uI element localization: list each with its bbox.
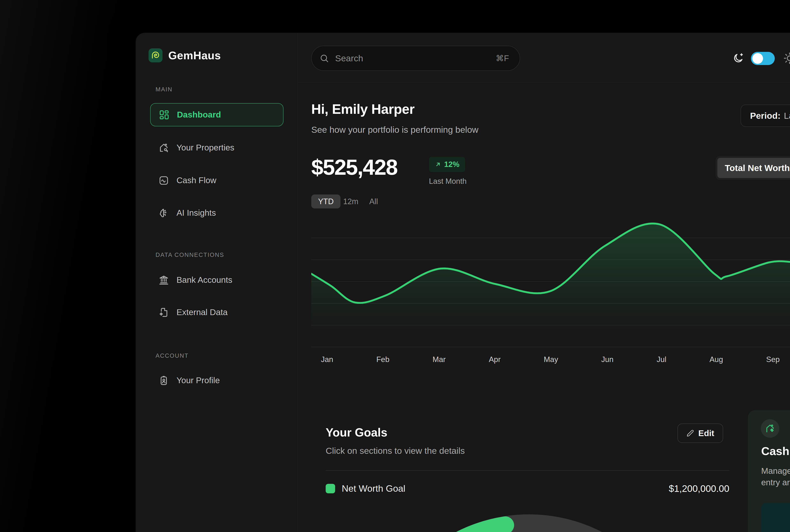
goals-title: Your Goals [326, 425, 387, 439]
sidebar-item-external-data[interactable]: External Data [150, 301, 284, 324]
page-subtitle: See how your portfolio is performing bel… [311, 125, 479, 135]
search-shortcut-hint: ⌘F [496, 54, 509, 63]
house-tag-icon [765, 423, 775, 434]
page-title-greeting: Hi, Emily Harper [311, 101, 415, 117]
x-tick: Jun [601, 355, 614, 364]
tab-all[interactable]: All [369, 194, 378, 208]
x-tick: May [544, 355, 558, 364]
sidebar-item-ai-insights[interactable]: AI Insights [150, 201, 284, 225]
sidebar-item-label: AI Insights [176, 208, 216, 218]
toggle-knob [752, 53, 763, 64]
net-worth-line-chart [311, 214, 790, 350]
promo-action-button[interactable] [761, 503, 790, 532]
pencil-icon [686, 429, 694, 437]
net-worth-value: $525,428 [311, 155, 397, 180]
goals-subtitle: Click on sections to view the details [326, 446, 465, 456]
sidebar-item-label: Bank Accounts [176, 275, 232, 285]
goal-label: Net Worth Goal [342, 483, 405, 494]
period-label: Period: [750, 111, 781, 121]
x-tick: Mar [432, 355, 446, 364]
edit-label: Edit [698, 429, 714, 438]
sidebar-section-data-connections: DATA CONNECTIONS [156, 251, 224, 258]
x-tick: Jul [657, 355, 666, 364]
sidebar-item-dashboard[interactable]: Dashboard [150, 103, 284, 126]
dark-mode-moon-icon[interactable] [732, 52, 744, 64]
promo-title: Cash [761, 444, 789, 458]
house-key-icon [158, 142, 169, 153]
dashboard-icon [159, 110, 170, 120]
x-tick: Aug [710, 355, 723, 364]
brand-logo: GemHaus [149, 49, 221, 62]
sidebar-item-label: Your Profile [176, 376, 220, 385]
period-filter-chip[interactable]: Period: Las [740, 104, 790, 127]
edit-goals-button[interactable]: Edit [677, 423, 723, 443]
chart-wave-icon [158, 175, 169, 186]
arrow-up-right-icon [435, 161, 441, 168]
sidebar-item-label: Cash Flow [176, 175, 216, 185]
sidebar-item-label: Dashboard [177, 110, 221, 119]
sidebar-item-your-profile[interactable]: Your Profile [150, 369, 284, 392]
donut-progress-segment [398, 525, 505, 532]
total-net-worth-chip-wrap: Total Net Worth [715, 156, 790, 180]
theme-toggle-switch[interactable] [751, 52, 775, 65]
promo-icon-circle [761, 419, 779, 438]
goal-value: $1,200,000.00 [669, 483, 729, 494]
chart-x-axis: Jan Feb Mar Apr May Jun Jul Aug Sep [321, 355, 780, 364]
gemhaus-logo-icon [149, 49, 162, 62]
tab-ytd[interactable]: YTD [311, 194, 341, 208]
search-bar[interactable]: ⌘F [311, 46, 520, 71]
change-caption: Last Month [429, 177, 467, 186]
change-badge: 12% [429, 157, 465, 172]
sidebar-item-label: External Data [176, 307, 228, 317]
sidebar-section-account: ACCOUNT [156, 352, 189, 359]
sidebar-section-main: MAIN [156, 86, 173, 93]
search-icon [320, 54, 329, 63]
goal-color-swatch [326, 484, 335, 493]
light-mode-sun-icon[interactable] [783, 52, 790, 65]
tab-12m[interactable]: 12m [343, 194, 359, 208]
app-window: GemHaus MAIN Dashboard Your Properties C… [136, 33, 790, 532]
goal-row-net-worth[interactable]: Net Worth Goal $1,200,000.00 [326, 482, 729, 495]
cash-flow-promo-card[interactable]: Cash Manage entry ar [748, 410, 790, 532]
search-input[interactable] [335, 53, 496, 63]
goal-donut-chart[interactable] [350, 508, 710, 532]
promo-text-line: entry ar [761, 478, 790, 487]
sidebar-item-label: Your Properties [176, 143, 234, 152]
bank-icon [158, 275, 169, 285]
x-tick: Jan [321, 355, 333, 364]
sidebar-item-cash-flow[interactable]: Cash Flow [150, 169, 284, 192]
sidebar-item-bank-accounts[interactable]: Bank Accounts [150, 268, 284, 292]
x-tick: Sep [766, 355, 780, 364]
document-sparkle-icon [158, 307, 169, 318]
sidebar-item-your-properties[interactable]: Your Properties [150, 136, 284, 159]
brand-name: GemHaus [168, 49, 221, 62]
promo-text-line: Manage [761, 466, 790, 476]
sidebar: GemHaus MAIN Dashboard Your Properties C… [136, 33, 298, 532]
id-badge-icon [158, 375, 169, 386]
total-net-worth-chip[interactable]: Total Net Worth [717, 158, 790, 178]
period-value: Las [784, 111, 790, 121]
donut-track [413, 523, 653, 532]
brain-icon [158, 208, 169, 218]
change-percent: 12% [444, 160, 459, 169]
x-tick: Apr [489, 355, 501, 364]
goals-divider [326, 470, 729, 471]
x-tick: Feb [376, 355, 389, 364]
